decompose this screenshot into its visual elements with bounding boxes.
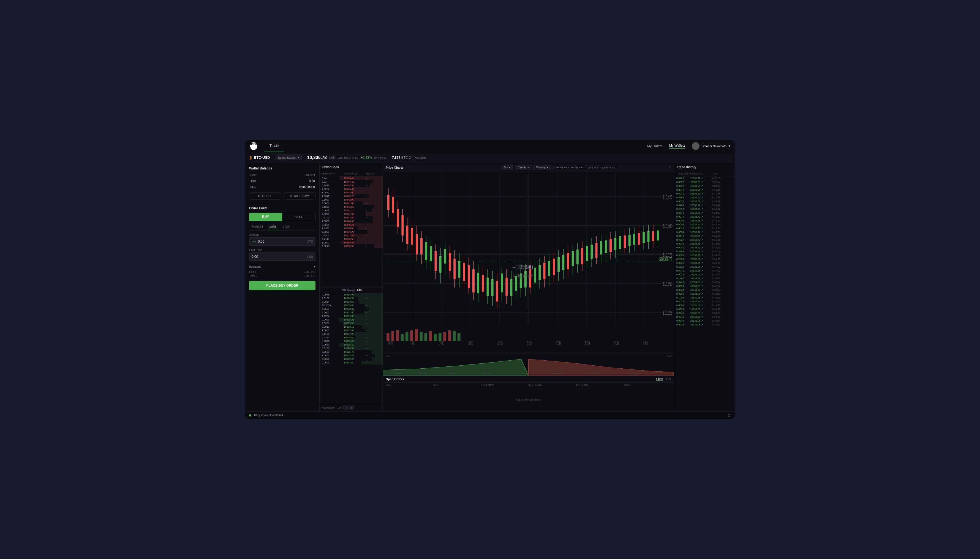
- trade-row[interactable]: 0.1821 10338.98 ↗ 9:49:02: [674, 265, 735, 269]
- sell-order-row[interactable]: 3.0000 10339.25 -: [320, 230, 383, 233]
- sell-order-row[interactable]: 2.4140 10336.55 -: [320, 237, 383, 241]
- settings-icon[interactable]: ⚙: [727, 413, 731, 418]
- buy-tab[interactable]: BUY: [249, 213, 282, 221]
- trade-row[interactable]: 0.0234 10331.00 ↗ 9:48:28: [674, 307, 735, 311]
- trade-row[interactable]: 0.0076 10335.00 ↗ 9:49:02: [674, 269, 735, 273]
- trade-row[interactable]: 0.0952 10336.81 ↗ 9:50:14: [674, 180, 735, 184]
- buy-order-row[interactable]: 0.0500 10325.75 -: [320, 350, 383, 354]
- buy-order-row[interactable]: 0.0984 10333.50 -: [320, 300, 383, 304]
- trade-row[interactable]: 0.1667 10333.60 ↗ 9:48:57: [674, 276, 735, 280]
- buy-order-row[interactable]: 3.0268 10329.00 -: [320, 322, 383, 325]
- buy-order-row[interactable]: 1.0000 10327.95 -: [320, 329, 383, 332]
- trade-row[interactable]: 0.0102 10336.78 ↗ 9:50:15: [674, 176, 735, 180]
- sell-order-row[interactable]: 2.0000 10341.95 -: [320, 212, 383, 216]
- chart-type-selector[interactable]: Candle ▾: [515, 165, 531, 170]
- trade-row[interactable]: 0.0010 10336.66 ↗ 9:49:37: [674, 211, 735, 215]
- max-link[interactable]: Max: [252, 240, 256, 243]
- sell-order-row[interactable]: 0.5922 10344.30 -: [320, 187, 383, 191]
- trade-row[interactable]: 0.0093 10338.27 ↗ 9:49:28: [674, 223, 735, 227]
- place-buy-order-button[interactable]: PLACE BUY ORDER: [249, 281, 315, 290]
- trade-row[interactable]: 0.0054 10338.46 ↗ 9:49:20: [674, 230, 735, 234]
- buy-order-row[interactable]: 0.1100 10327.25 -: [320, 332, 383, 336]
- buy-order-row[interactable]: 0.6168 10326.30 -: [320, 347, 383, 350]
- trade-row[interactable]: 0.0045 10339.33 ↗ 9:49:13: [674, 246, 735, 250]
- trade-row[interactable]: 0.0083 10331.02 ↗ 9:48:43: [674, 303, 735, 307]
- depth-chart[interactable]: -300 300 $10,180 $10,230 $10,280 $10,330…: [383, 354, 674, 375]
- trade-row[interactable]: 0.0076 10335.13 ↗ 9:49:48: [674, 192, 735, 195]
- trade-row[interactable]: 0.4000 10336.80 ↗ 9:49:06: [674, 253, 735, 257]
- sell-order-row[interactable]: 0.7599 10340.35 -: [320, 223, 383, 227]
- trade-row[interactable]: 0.0353 10333.01 ↗ 9:48:54: [674, 284, 735, 288]
- buy-order-row[interactable]: 25.3000 10333.00 -: [320, 304, 383, 307]
- open-orders-tab-open[interactable]: Open: [656, 377, 663, 381]
- advanced-toggle[interactable]: Advanced ▾: [249, 263, 315, 270]
- trade-row[interactable]: 0.0027 10338.63 ↗ 9:49:20: [674, 238, 735, 242]
- trade-row[interactable]: 0.0046 10339.33 ↗ 9:49:19: [674, 242, 735, 246]
- sell-order-row[interactable]: 0.1090 10342.90 -: [320, 198, 383, 202]
- trade-row[interactable]: 0.0010 10338.42 ↗ 9:49:26: [674, 227, 735, 230]
- buy-order-row[interactable]: 0.7599 10332.90 -: [320, 307, 383, 311]
- sell-order-row[interactable]: 2.0000 10342.85 -: [320, 202, 383, 205]
- trade-row[interactable]: 0.0110 10337.29 ↗ 9:49:20: [674, 234, 735, 238]
- buy-order-row[interactable]: 6.0000 10325.25 -: [320, 357, 383, 361]
- sell-order-row[interactable]: 1.4371 10340.00 -: [320, 227, 383, 230]
- trade-row[interactable]: 0.1094 10332.96 ↗ 9:48:53: [674, 296, 735, 299]
- trade-row[interactable]: 0.0093 10336.69 ↗ 9:49:30: [674, 219, 735, 223]
- sell-order-row[interactable]: 1.0000 10340.65 -: [320, 219, 383, 223]
- candlestick-chart[interactable]: — 10,335.690 + Mid Market Price $10,425 …: [383, 172, 674, 354]
- buy-order-row[interactable]: 0.0037 10326.45 -: [320, 339, 383, 343]
- trade-row[interactable]: 0.0050 10333.00 ↗ 9:48:53: [674, 292, 735, 296]
- sell-order-row[interactable]: 0.01 10344.40 -: [320, 180, 383, 184]
- my-wallets-link[interactable]: My Wallets: [669, 144, 685, 149]
- buy-order-row[interactable]: 2.0322 10326.50 -: [320, 336, 383, 339]
- trade-row[interactable]: 0.0048 10331.00 ↗ 9:48:28: [674, 311, 735, 315]
- sell-order-row[interactable]: 0.6100 10341.80 -: [320, 216, 383, 219]
- buy-order-row[interactable]: 1.2904 10329.35 -: [320, 314, 383, 318]
- limit-price-input[interactable]: [252, 253, 307, 261]
- trade-row[interactable]: 0.0046 10332.95 ↗ 9:48:24: [674, 319, 735, 322]
- stop-tab[interactable]: STOP: [280, 224, 293, 230]
- buy-order-row[interactable]: 0.0023 10326.40 -: [320, 343, 383, 347]
- aggregation-plus-button[interactable]: +: [349, 405, 354, 410]
- limit-tab[interactable]: LIMIT: [267, 224, 279, 230]
- tab-trade[interactable]: Trade: [264, 140, 284, 152]
- sell-order-row[interactable]: 0.2999 10344.35 -: [320, 184, 383, 187]
- sell-tab[interactable]: SELL: [282, 213, 316, 221]
- buy-order-row[interactable]: 2.5100 10334.95 -: [320, 296, 383, 300]
- sell-order-row[interactable]: 0.1000 10342.65 -: [320, 205, 383, 208]
- overlay-selector[interactable]: Overlay ▾: [534, 165, 550, 170]
- trade-row[interactable]: 0.0070 10338.42 ↗ 9:49:37: [674, 215, 735, 219]
- trade-row[interactable]: 0.0024 10335.00 ↗ 9:49:01: [674, 273, 735, 276]
- trade-row[interactable]: 0.0047 10338.05 ↗ 9:50:02: [674, 184, 735, 188]
- sell-order-row[interactable]: 1.0047 10343.75 -: [320, 194, 383, 198]
- withdraw-button[interactable]: ⊖ WITHDRAW: [284, 193, 316, 199]
- sell-order-row[interactable]: 3.14 10344.45 -: [320, 176, 383, 180]
- amount-input[interactable]: [258, 238, 307, 245]
- trade-row[interactable]: 0.0463 10336.71 ↗ 9:49:48: [674, 195, 735, 199]
- trade-row[interactable]: 0.0016 10333.00 ↗ 9:48:24: [674, 315, 735, 319]
- trade-row[interactable]: 0.0046 10332.95 ↗ 9:48:22: [674, 322, 735, 327]
- trade-row[interactable]: 0.0050 10337.23 ↗ 9:49:42: [674, 207, 735, 211]
- trade-row[interactable]: 0.2933 10336.80 ↗ 9:49:06: [674, 257, 735, 261]
- buy-order-row[interactable]: 0.0999 10329.25 -: [320, 318, 383, 322]
- chart-expand-icon[interactable]: ⤢: [669, 165, 671, 169]
- trade-row[interactable]: 0.2968 10336.80 ↗ 9:49:06: [674, 250, 735, 253]
- user-menu[interactable]: Satoshi Nakamoto ▾: [692, 142, 730, 150]
- select-market-dropdown[interactable]: Select Market ▾: [275, 155, 302, 160]
- trade-row[interactable]: 0.0023 10338.05 ↗ 9:49:48: [674, 199, 735, 203]
- sell-order-row[interactable]: 3.0000 10336.35 -: [320, 241, 383, 244]
- my-orders-link[interactable]: My Orders: [647, 144, 663, 148]
- open-orders-tab-fills[interactable]: Fills: [666, 377, 671, 381]
- trade-row[interactable]: 0.0463 10336.42 ↗ 9:49:48: [674, 203, 735, 207]
- buy-order-row[interactable]: 4.0045 10335.05 -: [320, 293, 383, 296]
- market-tab[interactable]: MARKET: [249, 224, 266, 230]
- timeframe-selector[interactable]: 5m ▾: [502, 165, 513, 170]
- trade-row[interactable]: 0.0046 10339.25 ↗ 9:49:06: [674, 261, 735, 265]
- trade-row[interactable]: 0.3442 10334.83 ↗ 9:48:54: [674, 280, 735, 284]
- deposit-button[interactable]: ⊕ DEPOSIT: [249, 193, 281, 199]
- trade-row[interactable]: 0.0070 10335.29 ↗ 9:49:49: [674, 188, 735, 192]
- sell-order-row[interactable]: 1.0087 10344.00 -: [320, 191, 383, 194]
- trade-row[interactable]: 0.0023 10333.64 ↗ 9:48:53: [674, 288, 735, 292]
- buy-order-row[interactable]: 0.0021 10324.50 -: [320, 361, 383, 364]
- sell-order-row[interactable]: 0.0688 10342.15 -: [320, 208, 383, 212]
